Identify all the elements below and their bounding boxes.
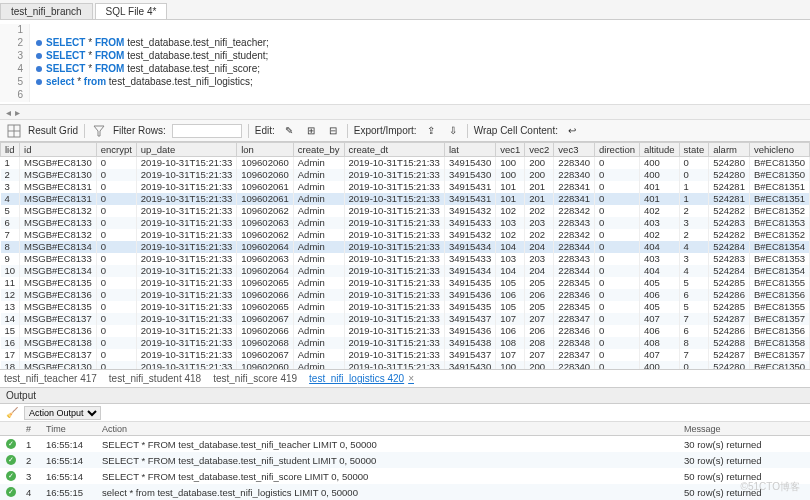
out-num: 2	[26, 455, 46, 466]
result-tab[interactable]: test_nifi_logistics 420×	[309, 373, 414, 384]
output-panel: Output 🧹 Action Output # Time Action Mes…	[0, 388, 810, 500]
out-time: 16:55:14	[46, 455, 102, 466]
out-time: 16:55:14	[46, 471, 102, 482]
col-header[interactable]: up_date	[136, 143, 236, 157]
table-row[interactable]: 14MSGB#EC813702019-10-31T15:21:331096020…	[1, 313, 811, 325]
table-row[interactable]: 3MSGB#EC813102019-10-31T15:21:3310960206…	[1, 181, 811, 193]
col-header[interactable]: vec3	[554, 143, 595, 157]
col-header[interactable]: id	[20, 143, 97, 157]
table-row[interactable]: 18MSGB#EC813002019-10-31T15:21:331096020…	[1, 361, 811, 371]
out-num: 4	[26, 487, 46, 498]
out-msg: 30 row(s) returned	[684, 455, 804, 466]
success-icon: ✓	[6, 455, 16, 465]
action-output-select[interactable]: Action Output	[24, 406, 101, 420]
out-time: 16:55:15	[46, 487, 102, 498]
col-header[interactable]: create_dt	[344, 143, 444, 157]
output-row[interactable]: ✓316:55:14SELECT * FROM test_database.te…	[0, 468, 810, 484]
col-action: Action	[102, 424, 684, 433]
file-tab[interactable]: SQL File 4*	[95, 3, 168, 19]
export-icon[interactable]: ⇪	[423, 123, 439, 139]
col-header[interactable]: lid	[1, 143, 20, 157]
filter-rows-label: Filter Rows:	[113, 125, 166, 136]
out-action: SELECT * FROM test_database.test_nifi_sc…	[102, 471, 684, 482]
col-header[interactable]: vehicleno	[749, 143, 809, 157]
grid-icon[interactable]	[6, 123, 22, 139]
out-msg: 30 row(s) returned	[684, 439, 804, 450]
out-time: 16:55:14	[46, 439, 102, 450]
table-row[interactable]: 2MSGB#EC813002019-10-31T15:21:3310960206…	[1, 169, 811, 181]
table-row[interactable]: 10MSGB#EC813402019-10-31T15:21:331096020…	[1, 265, 811, 277]
col-message: Message	[684, 424, 804, 433]
wrap-icon[interactable]: ↩	[564, 123, 580, 139]
edit-2-icon[interactable]: ⊞	[303, 123, 319, 139]
watermark: ©51CTO博客	[741, 480, 800, 494]
output-title: Output	[0, 388, 810, 404]
table-row[interactable]: 12MSGB#EC813602019-10-31T15:21:331096020…	[1, 289, 811, 301]
result-tab[interactable]: test_nifi_score 419	[213, 373, 297, 384]
success-icon: ✓	[6, 439, 16, 449]
col-header[interactable]: alarm	[709, 143, 750, 157]
col-time: Time	[46, 424, 102, 433]
table-row[interactable]: 5MSGB#EC813202019-10-31T15:21:3310960206…	[1, 205, 811, 217]
col-header[interactable]: vec2	[525, 143, 554, 157]
wrap-label: Wrap Cell Content:	[474, 125, 558, 136]
output-row[interactable]: ✓216:55:14SELECT * FROM test_database.te…	[0, 452, 810, 468]
result-tabs: test_nifi_teacher 417test_nifi_student 4…	[0, 370, 810, 388]
output-header-row: # Time Action Message	[0, 422, 810, 436]
col-header[interactable]: lon	[237, 143, 294, 157]
table-row[interactable]: 16MSGB#EC813802019-10-31T15:21:331096020…	[1, 337, 811, 349]
table-row[interactable]: 11MSGB#EC813502019-10-31T15:21:331096020…	[1, 277, 811, 289]
import-icon[interactable]: ⇩	[445, 123, 461, 139]
table-row[interactable]: 17MSGB#EC813702019-10-31T15:21:331096020…	[1, 349, 811, 361]
col-header[interactable]: encrypt	[96, 143, 136, 157]
output-row[interactable]: ✓116:55:14SELECT * FROM test_database.te…	[0, 436, 810, 452]
data-table: lididencryptup_dateloncreate_bycreate_dt…	[0, 142, 810, 370]
file-tabs: test_nifi_branchSQL File 4*	[0, 0, 810, 20]
nav-right-icon[interactable]: ▸	[15, 107, 20, 118]
export-label: Export/Import:	[354, 125, 417, 136]
output-clear-icon[interactable]: 🧹	[6, 407, 18, 418]
edit-label: Edit:	[255, 125, 275, 136]
success-icon: ✓	[6, 487, 16, 497]
edit-1-icon[interactable]: ✎	[281, 123, 297, 139]
success-icon: ✓	[6, 471, 16, 481]
out-action: select * from test_database.test_nifi_lo…	[102, 487, 684, 498]
col-header[interactable]: lat	[444, 143, 495, 157]
edit-3-icon[interactable]: ⊟	[325, 123, 341, 139]
table-row[interactable]: 7MSGB#EC813202019-10-31T15:21:3310960206…	[1, 229, 811, 241]
close-icon[interactable]: ×	[408, 373, 414, 384]
editor-nav: ◂ ▸	[0, 104, 810, 120]
file-tab[interactable]: test_nifi_branch	[0, 3, 93, 19]
col-header[interactable]: altitude	[639, 143, 679, 157]
nav-left-icon[interactable]: ◂	[6, 107, 11, 118]
result-tab[interactable]: test_nifi_teacher 417	[4, 373, 97, 384]
table-row[interactable]: 4MSGB#EC813102019-10-31T15:21:3310960206…	[1, 193, 811, 205]
result-grid-label: Result Grid	[28, 125, 78, 136]
table-row[interactable]: 15MSGB#EC813602019-10-31T15:21:331096020…	[1, 325, 811, 337]
result-toolbar: Result Grid Filter Rows: Edit: ✎ ⊞ ⊟ Exp…	[0, 120, 810, 142]
col-header[interactable]: state	[679, 143, 709, 157]
col-header[interactable]: create_by	[293, 143, 344, 157]
table-row[interactable]: 1MSGB#EC813002019-10-31T15:21:3310960206…	[1, 157, 811, 169]
table-row[interactable]: 8MSGB#EC813402019-10-31T15:21:3310960206…	[1, 241, 811, 253]
col-header[interactable]: direction	[595, 143, 640, 157]
svg-marker-3	[94, 126, 104, 136]
out-num: 1	[26, 439, 46, 450]
table-row[interactable]: 13MSGB#EC813502019-10-31T15:21:331096020…	[1, 301, 811, 313]
out-action: SELECT * FROM test_database.test_nifi_st…	[102, 455, 684, 466]
result-grid[interactable]: lididencryptup_dateloncreate_bycreate_dt…	[0, 142, 810, 370]
filter-icon[interactable]	[91, 123, 107, 139]
out-action: SELECT * FROM test_database.test_nifi_te…	[102, 439, 684, 450]
col-num: #	[26, 424, 46, 433]
out-num: 3	[26, 471, 46, 482]
table-row[interactable]: 6MSGB#EC813302019-10-31T15:21:3310960206…	[1, 217, 811, 229]
table-row[interactable]: 9MSGB#EC813302019-10-31T15:21:3310960206…	[1, 253, 811, 265]
result-tab[interactable]: test_nifi_student 418	[109, 373, 201, 384]
output-row[interactable]: ✓416:55:15select * from test_database.te…	[0, 484, 810, 500]
sql-editor[interactable]: 12SELECT * FROM test_database.test_nifi_…	[0, 20, 810, 104]
filter-input[interactable]	[172, 124, 242, 138]
col-header[interactable]: vec1	[496, 143, 525, 157]
